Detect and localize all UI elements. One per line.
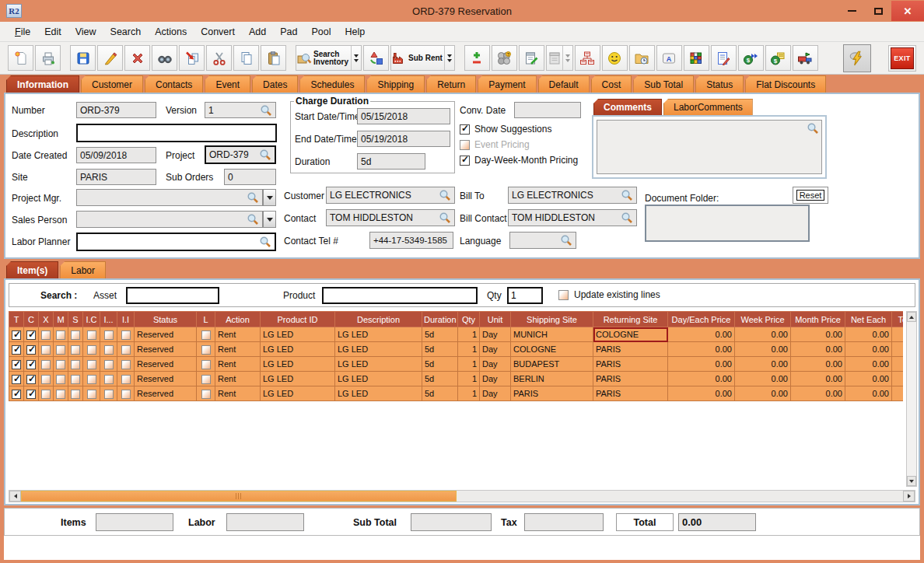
tab-shipping[interactable]: Shipping (366, 75, 425, 93)
cell-shipping-site[interactable]: BERLIN (511, 372, 593, 386)
cell-idot[interactable] (100, 386, 117, 401)
search-inventory-button[interactable]: Search Inventory (296, 45, 362, 71)
shapes-button[interactable] (363, 45, 389, 71)
menu-item-actions[interactable]: Actions (148, 24, 194, 40)
row-checkbox-x[interactable] (41, 390, 51, 399)
cell-c[interactable] (24, 357, 39, 372)
edit-document-button[interactable] (711, 45, 737, 71)
magnifier-icon[interactable] (439, 189, 451, 201)
cell-product-id[interactable]: LG LED (261, 372, 335, 386)
cell-action[interactable]: Rent (215, 386, 261, 401)
tab-dates[interactable]: Dates (252, 75, 298, 93)
exit-button[interactable]: EXIT (888, 45, 916, 72)
paste-button[interactable] (261, 45, 286, 71)
save-button[interactable] (70, 45, 96, 71)
menu-item-add[interactable]: Add (242, 24, 273, 40)
cell-month-price[interactable]: 0.00 (791, 386, 845, 401)
cell-t[interactable] (9, 372, 24, 386)
cell-day-each-price[interactable]: 0.00 (668, 357, 735, 372)
cell-description[interactable]: LG LED (335, 372, 422, 386)
row-checkbox-l[interactable] (201, 330, 211, 340)
cell-qty[interactable]: 1 (458, 327, 480, 342)
cell-x[interactable] (39, 342, 54, 357)
row-checkbox-c[interactable] (26, 390, 36, 399)
bill-contact-field[interactable]: TOM HIDDLESTON (508, 209, 637, 226)
history-folder-button[interactable] (629, 45, 655, 71)
row-checkbox-idot[interactable] (104, 360, 114, 369)
row-checkbox-s[interactable] (71, 390, 80, 399)
row-checkbox-s[interactable] (71, 345, 80, 355)
row-checkbox-ii[interactable] (121, 345, 131, 355)
cell-ic[interactable] (83, 327, 100, 342)
shortcut-key-button[interactable]: A (656, 45, 682, 71)
row-checkbox-ii[interactable] (121, 360, 131, 369)
row-checkbox-x[interactable] (41, 330, 51, 340)
row-checkbox-m[interactable] (56, 345, 65, 355)
project-mgr-dropdown[interactable] (263, 189, 276, 206)
project-field[interactable]: ORD-379 (205, 145, 276, 164)
column-header-returning-site[interactable]: Returning Site (593, 312, 668, 327)
row-checkbox-x[interactable] (41, 360, 51, 369)
cell-shipping-site[interactable]: BUDAPEST (511, 357, 593, 372)
menu-item-convert[interactable]: Convert (194, 24, 242, 40)
cell-c[interactable] (24, 386, 39, 401)
cell-x[interactable] (39, 327, 54, 342)
cell-ii[interactable] (117, 386, 135, 401)
cell-description[interactable]: LG LED (335, 327, 422, 342)
cell-status[interactable]: Reserved (135, 342, 197, 357)
column-header-product-id[interactable]: Product ID (261, 312, 335, 327)
cut-button[interactable] (206, 45, 232, 71)
sales-person-field[interactable] (76, 211, 263, 228)
print-button[interactable] (35, 45, 61, 71)
notes-button[interactable] (519, 45, 544, 71)
cell-ic[interactable] (83, 357, 100, 372)
cell-t[interactable] (9, 342, 24, 357)
row-checkbox-m[interactable] (56, 375, 65, 384)
cell-x[interactable] (39, 386, 54, 401)
project-mgr-field[interactable] (76, 189, 263, 206)
cell-description[interactable]: LG LED (335, 342, 422, 357)
column-header-l[interactable]: L (197, 312, 215, 327)
cell-idot[interactable] (100, 357, 117, 372)
cell-c[interactable] (24, 327, 39, 342)
billing-note-button[interactable]: $ (765, 45, 791, 71)
find-button[interactable] (152, 45, 177, 71)
cell-shipping-site[interactable]: PARIS (511, 386, 593, 401)
row-checkbox-ii[interactable] (121, 375, 131, 384)
item-tab-labor[interactable]: Labor (60, 261, 106, 278)
cell-qty[interactable]: 1 (458, 342, 480, 357)
tab-event[interactable]: Event (205, 75, 250, 93)
cell-duration[interactable]: 5d (422, 342, 458, 357)
delete-button[interactable] (124, 45, 150, 71)
cell-m[interactable] (54, 357, 68, 372)
cell-ii[interactable] (117, 327, 135, 342)
cell-action[interactable]: Rent (215, 342, 261, 357)
column-header-action[interactable]: Action (215, 312, 261, 327)
menu-item-view[interactable]: View (68, 24, 103, 40)
column-header-description[interactable]: Description (335, 312, 422, 327)
cell-product-id[interactable]: LG LED (261, 342, 335, 357)
inventory-cubes-button[interactable] (684, 45, 709, 71)
cell-week-price[interactable]: 0.00 (735, 372, 791, 386)
menu-item-help[interactable]: Help (338, 24, 373, 40)
scroll-right-button[interactable] (903, 491, 915, 502)
column-header-week-price[interactable]: Week Price (735, 312, 791, 327)
option-checkbox-day-week-month-pricing[interactable] (460, 156, 470, 166)
pool-button[interactable]: ? (492, 45, 517, 71)
cell-ic[interactable] (83, 386, 100, 401)
bill-to-field[interactable]: LG ELECTRONICS (508, 187, 637, 204)
cell-week-price[interactable]: 0.00 (735, 342, 791, 357)
cell-net-each[interactable]: 0.00 (845, 327, 892, 342)
cell-unit[interactable]: Day (480, 372, 511, 386)
cell-t[interactable] (9, 327, 24, 342)
row-checkbox-l[interactable] (201, 360, 211, 369)
row-checkbox-ic[interactable] (87, 360, 96, 369)
cell-l[interactable] (197, 327, 215, 342)
convert-button[interactable] (179, 45, 205, 71)
scroll-up-button[interactable] (907, 312, 916, 322)
column-header-qty[interactable]: Qty (458, 312, 480, 327)
magnifier-icon[interactable] (621, 189, 633, 201)
cell-c[interactable] (24, 342, 39, 357)
magnifier-icon[interactable] (260, 104, 272, 117)
cell-qty[interactable]: 1 (458, 357, 480, 372)
